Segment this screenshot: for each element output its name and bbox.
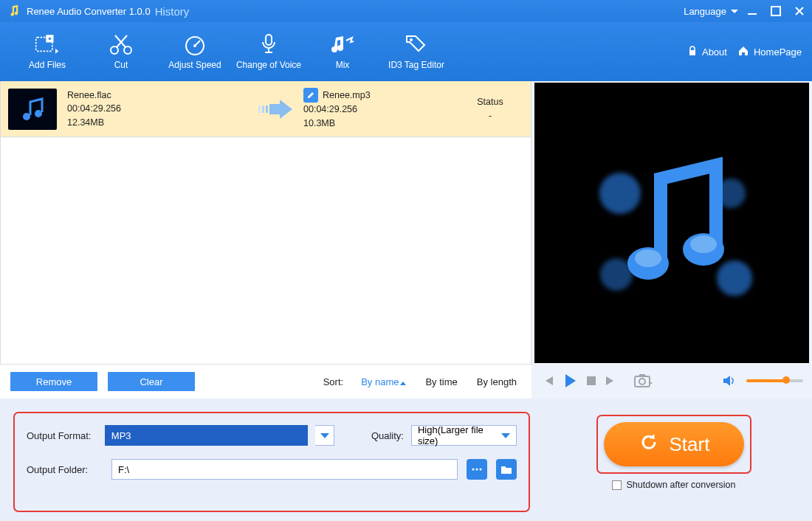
adjust-speed-button[interactable]: Adjust Speed xyxy=(158,33,232,70)
output-folder-label: Output Folder: xyxy=(27,464,104,475)
shutdown-checkbox-row[interactable]: Shutdown after conversion xyxy=(612,480,735,490)
gauge-icon xyxy=(182,33,207,55)
output-settings-box: Output Format: MP3 Quality: High(Larger … xyxy=(13,412,530,512)
edit-icon[interactable] xyxy=(303,88,318,103)
output-format-field[interactable]: MP3 xyxy=(105,425,308,446)
source-duration: 00:04:29.256 xyxy=(67,102,252,115)
svg-rect-14 xyxy=(262,106,264,113)
svg-rect-8 xyxy=(266,35,272,45)
cut-button[interactable]: Cut xyxy=(84,33,158,70)
preview-area xyxy=(534,83,809,363)
sort-by-name[interactable]: By name xyxy=(361,376,406,387)
prev-button[interactable] xyxy=(540,373,555,388)
status-header: Status xyxy=(457,95,523,108)
output-format-dropdown[interactable] xyxy=(315,425,334,446)
file-thumbnail xyxy=(8,89,57,130)
id3-editor-button[interactable]: ID3 Tag Editor xyxy=(379,33,453,70)
svg-point-20 xyxy=(717,260,752,296)
next-button[interactable] xyxy=(604,373,619,388)
close-button[interactable] xyxy=(794,6,805,16)
mix-button[interactable]: Mix xyxy=(306,33,379,70)
sort-label: Sort: xyxy=(323,376,343,387)
destination-size: 10.3MB xyxy=(303,117,371,130)
mix-label: Mix xyxy=(336,60,350,70)
tag-icon xyxy=(404,33,429,55)
change-voice-button[interactable]: Change of Voice xyxy=(232,33,306,70)
svg-point-9 xyxy=(410,38,413,41)
destination-duration: 00:04:29.256 xyxy=(303,103,371,116)
start-button[interactable]: Start xyxy=(604,422,744,466)
main-area: Renee.flac 00:04:29.256 12.34MB Renee.mp… xyxy=(0,81,812,398)
svg-rect-16 xyxy=(269,104,280,114)
volume-slider[interactable] xyxy=(746,379,803,382)
language-button[interactable]: Language xyxy=(684,6,738,17)
svg-rect-15 xyxy=(266,106,268,113)
app-logo-icon xyxy=(7,4,21,18)
output-format-value: MP3 xyxy=(111,430,131,441)
svg-point-17 xyxy=(599,173,641,214)
quality-value: High(Larger file size) xyxy=(418,424,501,446)
maximize-button[interactable] xyxy=(771,6,781,16)
start-highlight-box: Start xyxy=(596,415,751,474)
svg-point-23 xyxy=(635,249,661,267)
chevron-down-icon xyxy=(501,433,510,438)
quality-label: Quality: xyxy=(371,430,404,441)
stop-button[interactable] xyxy=(585,374,598,387)
output-folder-input[interactable] xyxy=(111,459,458,480)
id3-label: ID3 Tag Editor xyxy=(388,60,444,70)
main-toolbar: Add Files Cut Adjust Speed Change of Voi… xyxy=(0,22,812,81)
mix-icon xyxy=(330,33,355,55)
svg-rect-1 xyxy=(771,7,780,15)
window-controls xyxy=(747,6,805,16)
preview-pane xyxy=(531,81,812,398)
bottom-panel: Output Format: MP3 Quality: High(Larger … xyxy=(0,398,812,521)
about-label: About xyxy=(702,46,727,58)
about-link[interactable]: About xyxy=(687,46,727,58)
chevron-down-icon xyxy=(731,10,738,13)
homepage-label: HomePage xyxy=(754,46,802,58)
list-controls: Remove Clear Sort: By name By time By le… xyxy=(0,365,531,398)
microphone-icon xyxy=(256,33,281,55)
minimize-button[interactable] xyxy=(747,6,757,16)
file-row[interactable]: Renee.flac 00:04:29.256 12.34MB Renee.mp… xyxy=(0,81,531,137)
add-files-icon xyxy=(35,33,60,55)
svg-rect-10 xyxy=(689,50,695,55)
shutdown-label: Shutdown after conversion xyxy=(626,480,735,490)
svg-point-29 xyxy=(472,469,475,471)
open-folder-button[interactable] xyxy=(496,459,517,480)
language-label: Language xyxy=(684,6,726,17)
cut-label: Cut xyxy=(114,60,128,70)
sort-by-length[interactable]: By length xyxy=(477,376,517,387)
svg-rect-13 xyxy=(258,106,261,113)
clear-button[interactable]: Clear xyxy=(108,372,195,391)
svg-rect-28 xyxy=(639,374,645,377)
snapshot-button[interactable] xyxy=(633,373,653,389)
browse-button[interactable] xyxy=(467,459,487,480)
homepage-link[interactable]: HomePage xyxy=(737,46,802,58)
sort-by-time[interactable]: By time xyxy=(425,376,457,387)
adjust-speed-label: Adjust Speed xyxy=(168,60,221,70)
start-area: Start Shutdown after conversion xyxy=(596,412,751,512)
output-format-label: Output Format: xyxy=(27,430,97,441)
refresh-icon xyxy=(639,432,659,458)
quality-dropdown[interactable]: High(Larger file size) xyxy=(411,425,517,446)
player-controls xyxy=(534,365,809,397)
file-list-pane: Renee.flac 00:04:29.256 12.34MB Renee.mp… xyxy=(0,81,531,398)
titlebar: Renee Audio Converter 1.0.0 History Lang… xyxy=(0,0,812,22)
status-column: Status - xyxy=(457,95,523,122)
svg-rect-25 xyxy=(587,376,596,385)
svg-rect-0 xyxy=(748,13,757,15)
volume-icon[interactable] xyxy=(721,373,736,388)
arrow-icon xyxy=(252,98,303,120)
shutdown-checkbox[interactable] xyxy=(612,480,622,490)
lock-icon xyxy=(687,46,698,58)
svg-point-24 xyxy=(690,235,717,253)
history-link[interactable]: History xyxy=(155,5,190,18)
svg-point-30 xyxy=(476,469,478,471)
svg-point-31 xyxy=(480,469,482,471)
sort-asc-icon xyxy=(400,382,406,385)
play-button[interactable] xyxy=(561,372,579,390)
remove-button[interactable]: Remove xyxy=(10,372,97,391)
status-value: - xyxy=(457,109,523,123)
add-files-button[interactable]: Add Files xyxy=(10,33,84,70)
